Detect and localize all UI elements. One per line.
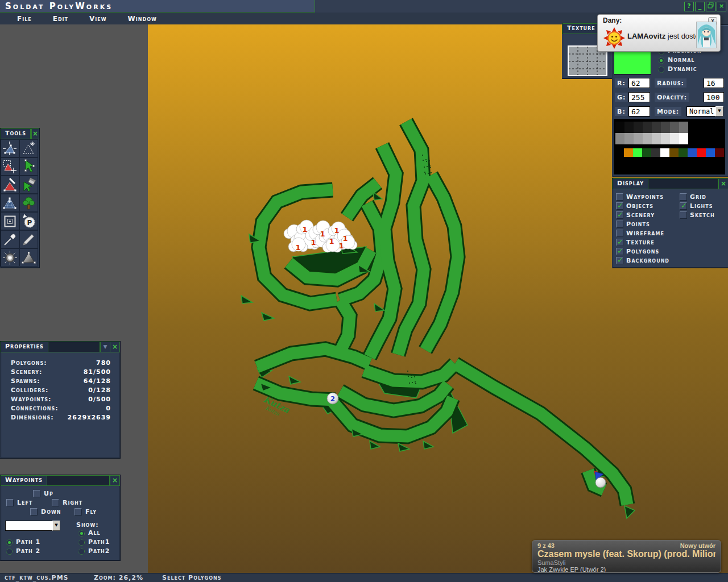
- palette-swatch[interactable]: [715, 148, 724, 157]
- mode-dynamic-radio[interactable]: [658, 66, 664, 73]
- tool-transform-polygon[interactable]: [1, 139, 19, 157]
- mode-dropdown-button[interactable]: ▼: [715, 106, 723, 117]
- palette-swatch[interactable]: [670, 122, 679, 133]
- display-wireframe-checkbox[interactable]: [616, 230, 623, 237]
- tool-line[interactable]: [19, 230, 38, 248]
- radius-input[interactable]: 16: [704, 78, 724, 88]
- show-all-radio[interactable]: [78, 530, 85, 537]
- tool-object[interactable]: [1, 212, 19, 230]
- tool-edge-color[interactable]: [1, 176, 19, 194]
- display-scenery-checkbox[interactable]: [616, 211, 623, 219]
- palette-swatch[interactable]: [615, 122, 624, 133]
- palette-swatch[interactable]: [624, 148, 633, 157]
- waypoint-right-checkbox[interactable]: [52, 499, 59, 506]
- tool-polygon-fill[interactable]: [19, 176, 38, 194]
- palette-swatch[interactable]: [634, 133, 643, 144]
- palette-swatch[interactable]: [661, 122, 670, 133]
- property-row: Waypoints:0/500: [1, 396, 120, 405]
- opacity-input[interactable]: 100: [704, 92, 724, 102]
- tool-color-picker[interactable]: [1, 230, 19, 248]
- tool-select-polygon[interactable]: [1, 157, 19, 176]
- display-texture-checkbox[interactable]: [616, 239, 623, 246]
- palette-swatch[interactable]: [652, 122, 661, 133]
- mode-select[interactable]: Normal: [686, 106, 716, 117]
- close-icon[interactable]: ×: [718, 178, 728, 189]
- display-polygons-checkbox[interactable]: [616, 248, 623, 255]
- tool-scenery[interactable]: [19, 194, 38, 212]
- minimize-button[interactable]: _: [695, 2, 705, 11]
- opacity-label: Opacity:: [655, 93, 689, 102]
- properties-panel: Properties ▼ × Polygons:780Scenery:81/50…: [0, 341, 121, 459]
- tool-depth-map[interactable]: [19, 248, 38, 267]
- property-row: Colliders:0/128: [1, 386, 120, 396]
- menu-edit[interactable]: Edit: [53, 15, 68, 23]
- notification-popup[interactable]: Dany: x LAMAovitz jest dostępny: [597, 14, 721, 52]
- close-button[interactable]: ×: [717, 2, 726, 11]
- tool-create-polygon[interactable]: [19, 139, 38, 157]
- property-row: Dimensions:2629x2639: [1, 414, 120, 423]
- palette-swatch[interactable]: [669, 148, 679, 157]
- restore-button[interactable]: [706, 2, 715, 11]
- waypoint-down-checkbox[interactable]: [30, 508, 38, 516]
- show-path2-radio[interactable]: [78, 548, 85, 555]
- palette-swatch[interactable]: [624, 133, 634, 144]
- palette-swatch[interactable]: [634, 122, 643, 133]
- palette-swatch[interactable]: [633, 148, 642, 157]
- palette-swatch[interactable]: [679, 133, 688, 144]
- tool-waypoint[interactable]: P: [19, 212, 38, 230]
- close-icon[interactable]: ×: [110, 475, 120, 486]
- display-sketch-checkbox[interactable]: [680, 211, 687, 219]
- palette-swatch[interactable]: [643, 133, 652, 144]
- path2-radio[interactable]: [6, 548, 13, 555]
- display-objects-checkbox[interactable]: [616, 202, 623, 210]
- b-input[interactable]: 62: [628, 106, 650, 117]
- palette-swatch[interactable]: [661, 133, 670, 144]
- waypoint-combo-dropdown-button[interactable]: ▼: [52, 521, 60, 531]
- display-waypoints-checkbox[interactable]: [616, 193, 623, 201]
- tool-texture-edit[interactable]: [1, 194, 19, 212]
- display-grid-checkbox[interactable]: [680, 193, 687, 201]
- r-input[interactable]: 62: [628, 78, 650, 88]
- mode-normal-label: Normal: [668, 56, 694, 64]
- waypoint-combo[interactable]: [5, 521, 53, 531]
- palette-swatch[interactable]: [679, 148, 688, 157]
- palette-swatch[interactable]: [615, 133, 624, 144]
- tool-move-selection[interactable]: [19, 157, 38, 176]
- palette-swatch[interactable]: [652, 133, 661, 144]
- display-texture-label: Texture: [626, 239, 655, 246]
- palette-swatch[interactable]: [660, 148, 669, 157]
- svg-text:1: 1: [334, 226, 339, 235]
- waypoint-up-checkbox[interactable]: [33, 490, 40, 497]
- display-background-checkbox[interactable]: [616, 257, 623, 264]
- waypoint-fly-checkbox[interactable]: [75, 508, 82, 516]
- svg-text:1: 1: [329, 237, 334, 246]
- display-points-checkbox[interactable]: [616, 221, 623, 228]
- g-input[interactable]: 255: [628, 92, 650, 102]
- menu-view[interactable]: View: [89, 15, 107, 23]
- mode-normal-radio[interactable]: [658, 57, 664, 64]
- palette-swatch[interactable]: [642, 148, 651, 157]
- close-icon[interactable]: ×: [110, 342, 120, 352]
- palette-swatch[interactable]: [651, 148, 660, 157]
- palette-swatch[interactable]: [643, 122, 652, 133]
- palette-swatch[interactable]: [679, 122, 688, 133]
- status-zoom: Zoom: 26,2%: [94, 574, 143, 581]
- palette-swatch[interactable]: [624, 122, 634, 133]
- palette-swatch[interactable]: [670, 133, 679, 144]
- menu-file[interactable]: File: [17, 15, 32, 23]
- svg-text:2: 2: [330, 395, 335, 403]
- show-path1-radio[interactable]: [78, 539, 85, 546]
- waypoint-left-label: Left: [17, 499, 32, 506]
- tool-light[interactable]: [1, 248, 19, 267]
- menu-window[interactable]: Window: [128, 15, 157, 23]
- display-lights-checkbox[interactable]: [680, 202, 687, 210]
- player-toast[interactable]: 9 z 43 Nowy utwór Czasem mysle (feat. Sk…: [532, 540, 721, 573]
- collapse-icon[interactable]: ▼: [100, 342, 110, 352]
- palette-swatch[interactable]: [706, 148, 715, 157]
- close-icon[interactable]: ×: [31, 128, 39, 139]
- help-button[interactable]: ?: [684, 2, 694, 11]
- palette-swatch[interactable]: [697, 148, 706, 157]
- palette-swatch[interactable]: [688, 148, 697, 157]
- waypoint-left-checkbox[interactable]: [6, 499, 14, 506]
- path1-radio[interactable]: [6, 539, 13, 546]
